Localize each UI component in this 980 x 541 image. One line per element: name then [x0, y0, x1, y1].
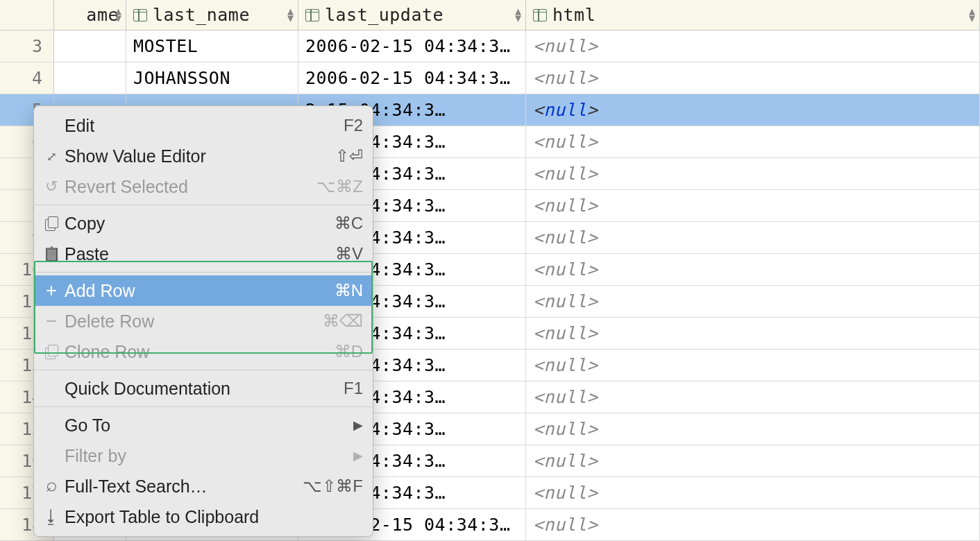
cell-html[interactable]: <null>: [526, 254, 980, 285]
column-header-lastupdate[interactable]: last_update ▴▾: [298, 0, 526, 30]
cell-value-null: <null>: [533, 196, 598, 216]
column-header-row: ame ▴▾ last_name ▴▾ last_update ▴▾ html …: [0, 0, 980, 31]
menu-item-paste[interactable]: Paste⌘V: [34, 239, 373, 269]
menu-item-export-table-to-clipboard[interactable]: Export Table to Clipboard: [34, 501, 373, 532]
cell-value: 2006-02-15 04:34:3…: [305, 68, 510, 88]
menu-item-copy[interactable]: Copy⌘C: [34, 208, 373, 239]
menu-label: Quick Documentation: [62, 379, 344, 399]
cell-html[interactable]: <null>: [526, 62, 980, 94]
menu-item-show-value-editor[interactable]: Show Value Editor⇧⏎: [34, 141, 373, 171]
cell-value-null: <null>: [533, 355, 598, 375]
cell-value-null: <null>: [533, 68, 598, 88]
cell-html[interactable]: <null>: [526, 94, 980, 126]
sort-icon[interactable]: ▴▾: [115, 8, 121, 23]
menu-shortcut: ⌥⇧⌘F: [303, 476, 363, 496]
cell-html[interactable]: <null>: [526, 350, 980, 381]
cell-lastname[interactable]: JOHANSSON: [126, 62, 298, 94]
cell-value-null: <null>: [533, 515, 598, 535]
menu-item-edit[interactable]: EditF2: [34, 110, 373, 141]
menu-label: Clone Row: [62, 342, 335, 362]
expand-icon: [41, 147, 62, 165]
menu-item-revert-selected: Revert Selected⌥⌘Z: [34, 171, 373, 202]
cell-html[interactable]: <null>: [526, 413, 980, 445]
menu-shortcut: F1: [344, 379, 363, 398]
cell-lastname[interactable]: MOSTEL: [126, 31, 298, 62]
menu-label: Add Row: [62, 281, 335, 301]
submenu-arrow-icon: ▶: [353, 418, 363, 433]
cell-lastupdate[interactable]: 2006-02-15 04:34:3…: [298, 62, 526, 94]
cell-html[interactable]: <null>: [526, 445, 980, 476]
cell-value-null: <null>: [533, 259, 598, 280]
menu-label: Full-Text Search…: [62, 476, 303, 497]
menu-label: Revert Selected: [62, 177, 316, 197]
menu-label: Edit: [62, 116, 344, 136]
menu-item-go-to[interactable]: Go To▶: [34, 410, 373, 440]
column-label: last_update: [325, 5, 443, 25]
menu-shortcut: ⌘⌫: [323, 311, 363, 331]
cell-value-null: <null>: [533, 483, 598, 503]
copy-icon: [41, 216, 62, 230]
cell-html[interactable]: <null>: [526, 286, 980, 317]
menu-separator: [34, 272, 373, 273]
cell-html[interactable]: <null>: [526, 190, 980, 221]
cell-html[interactable]: <null>: [526, 477, 980, 508]
menu-separator: [34, 370, 373, 370]
menu-label: Paste: [62, 244, 335, 264]
menu-label: Filter by: [62, 446, 353, 466]
column-icon: [305, 9, 319, 22]
table-row[interactable]: 4JOHANSSON2006-02-15 04:34:3…<null>: [0, 62, 980, 94]
cell-name[interactable]: [54, 62, 126, 94]
cell-value-null: <null>: [533, 164, 598, 184]
menu-item-add-row[interactable]: Add Row⌘N: [34, 275, 373, 306]
menu-item-quick-documentation[interactable]: Quick DocumentationF1: [34, 373, 373, 404]
cell-value-null: <null>: [533, 36, 598, 56]
menu-shortcut: ⇧⏎: [335, 146, 363, 166]
cell-value-null: <null>: [533, 227, 598, 248]
column-icon: [133, 9, 147, 22]
menu-label: Show Value Editor: [62, 146, 335, 166]
row-number[interactable]: 4: [0, 62, 54, 94]
menu-shortcut: ⌥⌘Z: [316, 177, 363, 196]
column-header-name[interactable]: ame ▴▾: [54, 0, 126, 30]
sort-icon[interactable]: ▴▾: [969, 8, 975, 23]
menu-shortcut: ⌘C: [335, 214, 363, 233]
menu-label: Go To: [62, 415, 353, 436]
cell-name[interactable]: [54, 31, 126, 62]
cell-value-null: <null>: [533, 419, 598, 439]
menu-shortcut: ⌘V: [335, 244, 363, 264]
cell-html[interactable]: <null>: [526, 31, 980, 62]
cell-html[interactable]: <null>: [526, 381, 980, 413]
menu-item-clone-row: Clone Row⌘D: [34, 336, 373, 367]
sort-icon[interactable]: ▴▾: [515, 8, 521, 23]
cell-html[interactable]: <null>: [526, 318, 980, 349]
menu-separator: [34, 205, 373, 205]
cell-html[interactable]: <null>: [526, 509, 980, 540]
column-label: last_name: [153, 5, 250, 25]
menu-label: Copy: [62, 214, 335, 234]
menu-item-full-text-search[interactable]: Full-Text Search…⌥⇧⌘F: [34, 471, 373, 501]
cell-value: 2006-02-15 04:34:3…: [305, 36, 510, 56]
column-label: html: [552, 5, 595, 25]
cell-html[interactable]: <null>: [526, 158, 980, 189]
table-row[interactable]: 3MOSTEL2006-02-15 04:34:3…<null>: [0, 31, 980, 62]
cell-value-null: <null>: [533, 323, 598, 343]
cell-value-null: <null>: [533, 100, 598, 120]
cell-value-null: <null>: [533, 132, 598, 152]
menu-label: Export Table to Clipboard: [62, 507, 363, 527]
column-header-lastname[interactable]: last_name ▴▾: [126, 0, 298, 30]
column-header-html[interactable]: html ▴▾: [526, 0, 980, 30]
cell-html[interactable]: <null>: [526, 126, 980, 157]
cell-value-null: <null>: [533, 451, 598, 471]
menu-item-filter-by: Filter by▶: [34, 440, 373, 471]
export-icon: [41, 506, 62, 528]
cell-lastupdate[interactable]: 2006-02-15 04:34:3…: [298, 31, 526, 62]
context-menu[interactable]: EditF2Show Value Editor⇧⏎Revert Selected…: [33, 105, 373, 537]
cell-html[interactable]: <null>: [526, 222, 980, 253]
column-label: ame: [86, 5, 119, 25]
sort-icon[interactable]: ▴▾: [287, 8, 294, 23]
menu-shortcut: ⌘D: [335, 342, 363, 361]
column-icon: [533, 9, 547, 22]
row-number[interactable]: 3: [0, 31, 54, 62]
search-icon: [41, 475, 62, 497]
cell-value: MOSTEL: [133, 36, 198, 56]
